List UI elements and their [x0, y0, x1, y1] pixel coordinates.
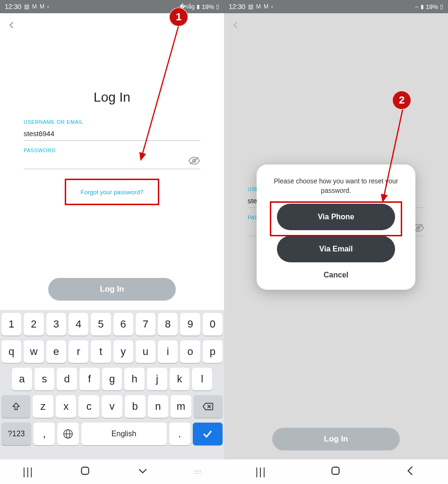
- key-k[interactable]: k: [170, 368, 190, 390]
- on-screen-keyboard: 1 2 3 4 5 6 7 8 9 0 q w e r t y u i o p …: [0, 310, 224, 459]
- key-m[interactable]: m: [171, 395, 191, 418]
- enter-key[interactable]: [193, 423, 223, 445]
- annotation-highlight-2: [270, 201, 402, 236]
- keyboard-row-4: z x c v b n m: [1, 395, 223, 418]
- status-time: 12:30: [5, 3, 21, 10]
- shift-key[interactable]: [1, 395, 30, 418]
- dialog-message: Please choose how you want to reset your…: [267, 177, 405, 195]
- back-button-nav[interactable]: [405, 465, 417, 479]
- key-7[interactable]: 7: [136, 313, 155, 336]
- status-time: 12:30: [229, 3, 245, 10]
- key-o[interactable]: o: [180, 340, 200, 363]
- key-1[interactable]: 1: [1, 313, 21, 336]
- page-title: Log In: [24, 90, 200, 105]
- key-a[interactable]: a: [12, 368, 32, 390]
- left-screenshot: 12:30 ▧ M M • �någ ▮ 19% ▯ Log In USERNA…: [0, 0, 224, 484]
- key-u[interactable]: u: [136, 340, 155, 363]
- key-5[interactable]: 5: [91, 313, 111, 336]
- svg-rect-7: [81, 467, 88, 474]
- keyboard-hide-button[interactable]: [137, 465, 149, 479]
- key-4[interactable]: 4: [69, 313, 88, 336]
- key-y[interactable]: y: [113, 340, 133, 363]
- key-3[interactable]: 3: [46, 313, 66, 336]
- recents-button[interactable]: |||: [255, 466, 266, 478]
- key-j[interactable]: j: [147, 368, 167, 390]
- comma-key[interactable]: ,: [34, 423, 55, 445]
- battery-icon: ▯: [440, 3, 443, 10]
- right-screenshot: 12:30 ▧ M M • ⌢ ▮ 19% ▯ USE PAS Log In P…: [224, 0, 448, 484]
- forgot-password-link[interactable]: Forgot your password?: [81, 189, 144, 196]
- symbols-key[interactable]: ?123: [1, 423, 31, 445]
- status-bar: 12:30 ▧ M M • ⌢ ▮ 19% ▯: [224, 0, 448, 13]
- key-h[interactable]: h: [124, 368, 145, 390]
- key-v[interactable]: v: [102, 395, 122, 418]
- back-button[interactable]: [8, 21, 16, 31]
- battery-percent: 19%: [426, 3, 438, 10]
- key-q[interactable]: q: [1, 340, 21, 363]
- key-8[interactable]: 8: [158, 313, 178, 336]
- password-label: PASSWORD: [24, 147, 200, 153]
- keyboard-row-3: a s d f g h j k l: [1, 368, 223, 390]
- gmail-icon: M: [32, 3, 37, 10]
- status-bar: 12:30 ▧ M M • �någ ▮ 19% ▯: [0, 0, 224, 13]
- annotation-step-2: 2: [392, 91, 411, 110]
- backspace-key[interactable]: [194, 395, 223, 418]
- signal-icon: ▮: [197, 3, 200, 10]
- key-n[interactable]: n: [148, 395, 169, 418]
- system-navbar: ||| ::::: [0, 459, 224, 484]
- key-9[interactable]: 9: [180, 313, 200, 336]
- gallery-icon: ▧: [24, 3, 29, 10]
- key-6[interactable]: 6: [113, 313, 133, 336]
- key-s[interactable]: s: [34, 368, 55, 390]
- key-z[interactable]: z: [33, 395, 53, 418]
- annotation-highlight-1: Forgot your password?: [65, 179, 159, 205]
- home-button[interactable]: [79, 465, 91, 479]
- gmail-icon-2: M: [264, 3, 268, 10]
- key-t[interactable]: t: [91, 340, 111, 363]
- keyboard-switch-icon[interactable]: ::::: [194, 469, 201, 475]
- battery-percent: 19%: [202, 3, 214, 10]
- battery-icon: ▯: [216, 3, 219, 10]
- recents-button[interactable]: |||: [23, 466, 34, 478]
- key-i[interactable]: i: [158, 340, 178, 363]
- space-key[interactable]: English: [81, 423, 167, 445]
- key-w[interactable]: w: [24, 340, 43, 363]
- login-form: Log In USERNAME OR EMAIL PASSWORD: [24, 90, 200, 169]
- period-key[interactable]: .: [169, 423, 190, 445]
- show-password-icon[interactable]: [188, 156, 200, 167]
- key-r[interactable]: r: [69, 340, 88, 363]
- more-indicator: •: [47, 4, 49, 9]
- login-button[interactable]: Log In: [48, 278, 176, 301]
- key-2[interactable]: 2: [24, 313, 43, 336]
- keyboard-row-1: 1 2 3 4 5 6 7 8 9 0: [1, 313, 223, 336]
- gmail-icon-2: M: [40, 3, 44, 10]
- gallery-icon: ▧: [248, 3, 253, 10]
- username-label: USERNAME OR EMAIL: [24, 119, 200, 125]
- system-navbar: |||: [224, 459, 448, 484]
- key-e[interactable]: e: [46, 340, 66, 363]
- gmail-icon: M: [256, 3, 261, 10]
- more-indicator: •: [271, 4, 273, 9]
- key-b[interactable]: b: [125, 395, 146, 418]
- svg-rect-10: [332, 467, 339, 474]
- key-c[interactable]: c: [78, 395, 99, 418]
- annotation-step-1: 1: [169, 8, 188, 26]
- via-email-button[interactable]: Via Email: [277, 236, 395, 262]
- signal-icon: ▮: [421, 3, 424, 10]
- key-x[interactable]: x: [56, 395, 77, 418]
- key-p[interactable]: p: [203, 340, 223, 363]
- password-input[interactable]: [24, 156, 200, 169]
- language-key[interactable]: [57, 423, 78, 445]
- key-d[interactable]: d: [57, 368, 77, 390]
- key-l[interactable]: l: [192, 368, 212, 390]
- username-input[interactable]: [24, 128, 200, 141]
- login-button: Log In: [272, 428, 400, 450]
- wifi-icon: ⌢: [415, 3, 419, 10]
- key-f[interactable]: f: [79, 368, 100, 390]
- cancel-button[interactable]: Cancel: [267, 271, 405, 279]
- home-button[interactable]: [329, 465, 342, 479]
- keyboard-row-2: q w e r t y u i o p: [1, 340, 223, 363]
- key-0[interactable]: 0: [203, 313, 223, 336]
- keyboard-row-5: ?123 , English .: [1, 423, 223, 445]
- key-g[interactable]: g: [102, 368, 122, 390]
